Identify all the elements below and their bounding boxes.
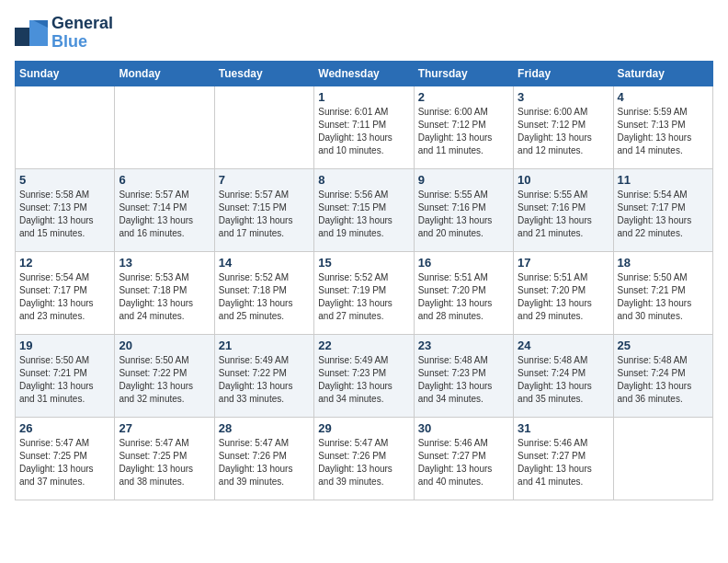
calendar-cell: 6Sunrise: 5:57 AM Sunset: 7:14 PM Daylig… <box>115 168 214 251</box>
day-number: 31 <box>518 421 609 435</box>
day-number: 24 <box>518 339 609 352</box>
day-info: Sunrise: 5:50 AM Sunset: 7:21 PM Dayligh… <box>19 354 110 406</box>
calendar-cell: 28Sunrise: 5:47 AM Sunset: 7:26 PM Dayli… <box>214 417 313 500</box>
day-number: 8 <box>318 173 409 187</box>
day-info: Sunrise: 5:50 AM Sunset: 7:21 PM Dayligh… <box>618 271 709 323</box>
column-header-tuesday: Tuesday <box>214 61 313 86</box>
calendar-cell <box>613 417 712 500</box>
calendar-cell: 16Sunrise: 5:51 AM Sunset: 7:20 PM Dayli… <box>414 251 513 334</box>
calendar-cell: 18Sunrise: 5:50 AM Sunset: 7:21 PM Dayli… <box>613 251 712 334</box>
calendar-cell: 14Sunrise: 5:52 AM Sunset: 7:18 PM Dayli… <box>214 251 313 334</box>
calendar-cell <box>115 86 214 168</box>
day-info: Sunrise: 5:57 AM Sunset: 7:15 PM Dayligh… <box>219 189 310 240</box>
calendar-cell: 15Sunrise: 5:52 AM Sunset: 7:19 PM Dayli… <box>314 251 414 334</box>
column-header-monday: Monday <box>115 61 214 86</box>
calendar-cell: 1Sunrise: 6:01 AM Sunset: 7:11 PM Daylig… <box>314 86 414 168</box>
day-info: Sunrise: 5:47 AM Sunset: 7:25 PM Dayligh… <box>19 437 110 488</box>
day-info: Sunrise: 5:48 AM Sunset: 7:24 PM Dayligh… <box>518 354 609 406</box>
column-header-sunday: Sunday <box>16 61 115 86</box>
calendar-cell: 27Sunrise: 5:47 AM Sunset: 7:25 PM Dayli… <box>115 417 214 500</box>
calendar-cell: 2Sunrise: 6:00 AM Sunset: 7:12 PM Daylig… <box>414 86 513 168</box>
column-header-thursday: Thursday <box>414 61 513 86</box>
day-number: 23 <box>418 339 509 352</box>
calendar-week-row: 5Sunrise: 5:58 AM Sunset: 7:13 PM Daylig… <box>16 168 713 251</box>
day-info: Sunrise: 5:58 AM Sunset: 7:13 PM Dayligh… <box>19 189 110 240</box>
day-number: 1 <box>318 90 409 104</box>
day-number: 9 <box>418 173 509 187</box>
day-number: 25 <box>618 339 709 352</box>
day-info: Sunrise: 5:59 AM Sunset: 7:13 PM Dayligh… <box>618 106 709 157</box>
calendar-header-row: SundayMondayTuesdayWednesdayThursdayFrid… <box>16 61 713 86</box>
day-info: Sunrise: 5:48 AM Sunset: 7:23 PM Dayligh… <box>418 354 509 406</box>
day-number: 6 <box>119 173 210 187</box>
day-number: 17 <box>518 256 609 270</box>
logo: General Blue <box>15 15 113 52</box>
day-info: Sunrise: 5:48 AM Sunset: 7:24 PM Dayligh… <box>618 354 709 406</box>
calendar-cell: 7Sunrise: 5:57 AM Sunset: 7:15 PM Daylig… <box>214 168 313 251</box>
column-header-saturday: Saturday <box>613 61 712 86</box>
day-info: Sunrise: 5:54 AM Sunset: 7:17 PM Dayligh… <box>19 271 110 323</box>
day-number: 30 <box>418 421 509 435</box>
day-number: 28 <box>219 421 310 435</box>
day-info: Sunrise: 5:47 AM Sunset: 7:25 PM Dayligh… <box>119 437 210 488</box>
day-info: Sunrise: 6:00 AM Sunset: 7:12 PM Dayligh… <box>418 106 509 157</box>
day-number: 7 <box>219 173 310 187</box>
day-number: 21 <box>219 339 310 352</box>
calendar-cell: 31Sunrise: 5:46 AM Sunset: 7:27 PM Dayli… <box>514 417 613 500</box>
day-info: Sunrise: 5:57 AM Sunset: 7:14 PM Dayligh… <box>119 189 210 240</box>
page-header: General Blue <box>15 15 713 52</box>
day-info: Sunrise: 5:50 AM Sunset: 7:22 PM Dayligh… <box>119 354 210 406</box>
calendar-cell: 9Sunrise: 5:55 AM Sunset: 7:16 PM Daylig… <box>414 168 513 251</box>
calendar-cell: 3Sunrise: 6:00 AM Sunset: 7:12 PM Daylig… <box>514 86 613 168</box>
calendar-table: SundayMondayTuesdayWednesdayThursdayFrid… <box>15 61 713 500</box>
column-header-wednesday: Wednesday <box>314 61 414 86</box>
calendar-cell: 11Sunrise: 5:54 AM Sunset: 7:17 PM Dayli… <box>613 168 712 251</box>
calendar-cell: 13Sunrise: 5:53 AM Sunset: 7:18 PM Dayli… <box>115 251 214 334</box>
day-info: Sunrise: 6:00 AM Sunset: 7:12 PM Dayligh… <box>518 106 609 157</box>
day-number: 10 <box>518 173 609 187</box>
day-number: 26 <box>19 421 110 435</box>
calendar-cell: 21Sunrise: 5:49 AM Sunset: 7:22 PM Dayli… <box>214 334 313 417</box>
calendar-cell: 8Sunrise: 5:56 AM Sunset: 7:15 PM Daylig… <box>314 168 414 251</box>
day-number: 2 <box>418 90 509 104</box>
day-number: 12 <box>19 256 110 270</box>
calendar-cell: 24Sunrise: 5:48 AM Sunset: 7:24 PM Dayli… <box>514 334 613 417</box>
day-info: Sunrise: 5:56 AM Sunset: 7:15 PM Dayligh… <box>318 189 409 240</box>
day-info: Sunrise: 5:46 AM Sunset: 7:27 PM Dayligh… <box>418 437 509 488</box>
day-info: Sunrise: 5:51 AM Sunset: 7:20 PM Dayligh… <box>418 271 509 323</box>
logo-brand-blue: Blue <box>51 32 87 51</box>
calendar-cell: 23Sunrise: 5:48 AM Sunset: 7:23 PM Dayli… <box>414 334 513 417</box>
calendar-cell: 19Sunrise: 5:50 AM Sunset: 7:21 PM Dayli… <box>16 334 115 417</box>
day-number: 27 <box>119 421 210 435</box>
calendar-cell: 30Sunrise: 5:46 AM Sunset: 7:27 PM Dayli… <box>414 417 513 500</box>
day-info: Sunrise: 5:55 AM Sunset: 7:16 PM Dayligh… <box>418 189 509 240</box>
calendar-cell: 20Sunrise: 5:50 AM Sunset: 7:22 PM Dayli… <box>115 334 214 417</box>
day-info: Sunrise: 5:47 AM Sunset: 7:26 PM Dayligh… <box>219 437 310 488</box>
day-number: 19 <box>19 339 110 352</box>
calendar-cell <box>16 86 115 168</box>
day-info: Sunrise: 5:55 AM Sunset: 7:16 PM Dayligh… <box>518 189 609 240</box>
calendar-cell: 26Sunrise: 5:47 AM Sunset: 7:25 PM Dayli… <box>16 417 115 500</box>
day-number: 20 <box>119 339 210 352</box>
calendar-cell: 17Sunrise: 5:51 AM Sunset: 7:20 PM Dayli… <box>514 251 613 334</box>
calendar-cell: 29Sunrise: 5:47 AM Sunset: 7:26 PM Dayli… <box>314 417 414 500</box>
calendar-week-row: 12Sunrise: 5:54 AM Sunset: 7:17 PM Dayli… <box>16 251 713 334</box>
day-number: 4 <box>618 90 709 104</box>
day-number: 18 <box>618 256 709 270</box>
calendar-week-row: 19Sunrise: 5:50 AM Sunset: 7:21 PM Dayli… <box>16 334 713 417</box>
day-number: 14 <box>219 256 310 270</box>
calendar-cell <box>214 86 313 168</box>
day-info: Sunrise: 5:49 AM Sunset: 7:23 PM Dayligh… <box>318 354 409 406</box>
day-number: 22 <box>318 339 409 352</box>
calendar-week-row: 1Sunrise: 6:01 AM Sunset: 7:11 PM Daylig… <box>16 86 713 168</box>
day-info: Sunrise: 5:51 AM Sunset: 7:20 PM Dayligh… <box>518 271 609 323</box>
day-info: Sunrise: 5:53 AM Sunset: 7:18 PM Dayligh… <box>119 271 210 323</box>
day-number: 15 <box>318 256 409 270</box>
calendar-cell: 5Sunrise: 5:58 AM Sunset: 7:13 PM Daylig… <box>16 168 115 251</box>
day-info: Sunrise: 5:46 AM Sunset: 7:27 PM Dayligh… <box>518 437 609 488</box>
day-number: 5 <box>19 173 110 187</box>
day-number: 11 <box>618 173 709 187</box>
day-number: 29 <box>318 421 409 435</box>
day-number: 13 <box>119 256 210 270</box>
day-info: Sunrise: 5:52 AM Sunset: 7:19 PM Dayligh… <box>318 271 409 323</box>
